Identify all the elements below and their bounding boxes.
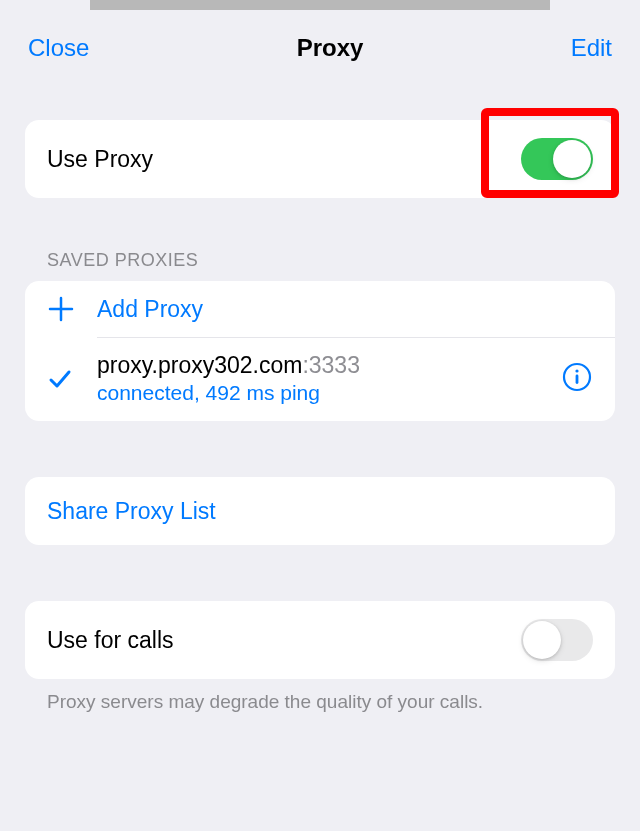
navbar: Close Proxy Edit <box>0 10 640 78</box>
calls-footer-note: Proxy servers may degrade the quality of… <box>25 679 615 713</box>
edit-button[interactable]: Edit <box>571 34 612 62</box>
saved-proxies-section: SAVED PROXIES Add Proxy proxy.proxy302.c… <box>25 250 615 421</box>
share-proxy-list-button[interactable]: Share Proxy List <box>25 477 615 545</box>
proxy-host: proxy.proxy302.com <box>97 352 302 378</box>
share-proxy-list-label: Share Proxy List <box>47 498 216 525</box>
share-section: Share Proxy List <box>25 477 615 545</box>
proxy-address: proxy.proxy302.com:3333 <box>97 352 551 379</box>
svg-point-3 <box>575 369 578 372</box>
calls-card: Use for calls <box>25 601 615 679</box>
toggle-knob <box>553 140 591 178</box>
page-title: Proxy <box>297 34 364 62</box>
use-proxy-row: Use Proxy <box>25 120 615 198</box>
proxy-status: connected, 492 ms ping <box>97 381 551 405</box>
plus-icon <box>47 295 97 323</box>
proxy-port: :3333 <box>302 352 360 378</box>
sheet-top-shadow <box>90 0 550 10</box>
use-proxy-section: Use Proxy <box>25 120 615 198</box>
saved-proxies-card: Add Proxy proxy.proxy302.com:3333 connec… <box>25 281 615 421</box>
use-for-calls-toggle[interactable] <box>521 619 593 661</box>
toggle-knob <box>523 621 561 659</box>
close-button[interactable]: Close <box>28 34 89 62</box>
use-proxy-label: Use Proxy <box>47 146 521 173</box>
calls-section: Use for calls Proxy servers may degrade … <box>25 601 615 713</box>
use-proxy-toggle[interactable] <box>521 138 593 180</box>
use-proxy-card: Use Proxy <box>25 120 615 198</box>
saved-proxies-header: SAVED PROXIES <box>25 250 615 281</box>
proxy-item[interactable]: proxy.proxy302.com:3333 connected, 492 m… <box>25 338 615 421</box>
checkmark-icon <box>47 366 97 392</box>
info-icon[interactable] <box>561 361 593 397</box>
share-card: Share Proxy List <box>25 477 615 545</box>
add-proxy-label: Add Proxy <box>97 296 203 323</box>
proxy-text: proxy.proxy302.com:3333 connected, 492 m… <box>97 352 561 405</box>
svg-rect-4 <box>576 374 579 384</box>
use-for-calls-row: Use for calls <box>25 601 615 679</box>
add-proxy-row[interactable]: Add Proxy <box>25 281 615 337</box>
use-for-calls-label: Use for calls <box>47 627 521 654</box>
